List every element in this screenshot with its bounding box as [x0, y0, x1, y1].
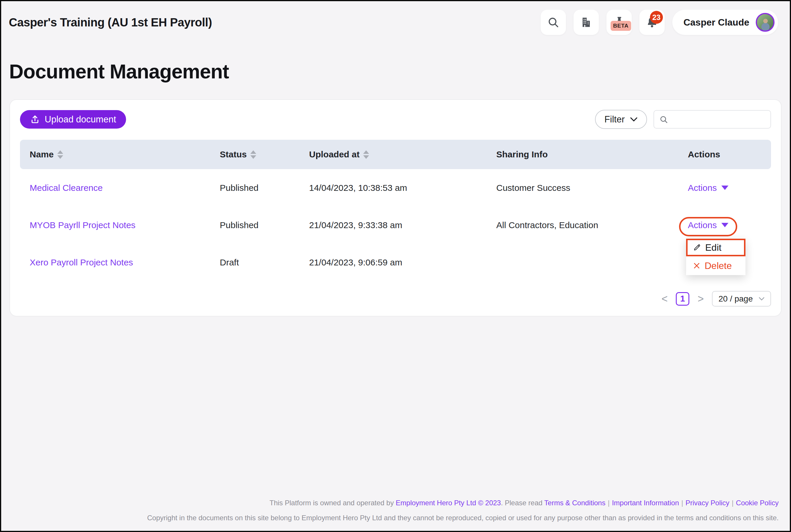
status-cell: Published: [220, 183, 309, 193]
footer-line-2: Copyright in the documents on this site …: [147, 514, 779, 522]
notifications-button[interactable]: 23: [639, 10, 665, 35]
column-header-sharing-info: Sharing Info: [496, 149, 688, 159]
chevron-down-icon: [630, 117, 638, 122]
actions-dropdown-trigger[interactable]: Actions: [688, 183, 729, 193]
actions-dropdown-menu: Edit Delete: [686, 239, 746, 275]
prev-page-button[interactable]: <: [660, 293, 669, 304]
column-header-name[interactable]: Name: [20, 149, 220, 159]
footer-line-1: This Platform is owned and operated by E…: [147, 499, 779, 507]
upload-label: Upload document: [45, 114, 116, 125]
company-link[interactable]: Employment Hero Pty Ltd © 2023: [396, 499, 501, 507]
filter-button[interactable]: Filter: [595, 110, 647, 129]
page-size-select[interactable]: 20 / page: [712, 291, 771, 306]
next-page-button[interactable]: >: [696, 293, 705, 304]
sharing-info-cell: Customer Success: [496, 183, 688, 193]
table-row: MYOB Payrll Project Notes Published 21/0…: [20, 206, 771, 244]
sort-icon[interactable]: [250, 150, 256, 159]
document-link[interactable]: Medical Clearence: [30, 183, 103, 193]
privacy-policy-link[interactable]: Privacy Policy: [685, 499, 729, 507]
documents-card: Upload document Filter: [10, 99, 781, 317]
pagination: < 1 > 20 / page: [20, 291, 771, 306]
upload-document-button[interactable]: Upload document: [20, 110, 126, 129]
upload-icon: [30, 114, 40, 125]
profile-menu[interactable]: Casper Claude: [672, 10, 778, 35]
page-title: Document Management: [9, 60, 790, 83]
search-input[interactable]: [672, 114, 765, 125]
caret-down-icon: [721, 223, 729, 227]
table-row: Xero Payroll Project Notes Draft 21/04/2…: [20, 244, 771, 281]
cookie-policy-link[interactable]: Cookie Policy: [736, 499, 779, 507]
organisation-button[interactable]: [574, 10, 599, 35]
x-icon: [693, 262, 700, 269]
important-info-link[interactable]: Important Information: [612, 499, 679, 507]
beta-features-button[interactable]: BETA: [606, 10, 632, 35]
notification-count-badge: 23: [650, 11, 663, 24]
uploaded-at-cell: 21/04/2023, 9:33:38 am: [309, 220, 496, 230]
document-link[interactable]: Xero Payroll Project Notes: [30, 258, 133, 267]
status-cell: Published: [220, 220, 309, 230]
document-link[interactable]: MYOB Payrll Project Notes: [30, 220, 135, 230]
search-icon: [659, 115, 668, 124]
top-bar: Casper's Training (AU 1st EH Payroll) BE…: [1, 1, 790, 36]
search-button[interactable]: [541, 10, 566, 35]
sort-icon[interactable]: [363, 150, 369, 159]
footer: This Platform is owned and operated by E…: [147, 499, 779, 522]
menu-item-delete[interactable]: Delete: [686, 256, 746, 275]
column-header-status[interactable]: Status: [220, 149, 309, 159]
avatar: [756, 13, 775, 32]
caret-down-icon: [721, 186, 729, 190]
chevron-down-icon: [759, 297, 765, 301]
terms-link[interactable]: Terms & Conditions: [544, 499, 605, 507]
building-icon: [580, 16, 592, 28]
profile-name: Casper Claude: [683, 17, 749, 28]
card-toolbar: Upload document Filter: [20, 110, 771, 129]
search-icon: [547, 16, 559, 28]
sort-icon[interactable]: [57, 150, 63, 159]
app-window: Casper's Training (AU 1st EH Payroll) BE…: [0, 0, 791, 532]
uploaded-at-cell: 14/04/2023, 10:38:53 am: [309, 183, 496, 193]
beta-badge: BETA: [611, 21, 631, 31]
table-row: Medical Clearence Published 14/04/2023, …: [20, 169, 771, 206]
topbar-actions: BETA 23 Casper Claude: [541, 10, 778, 35]
org-title: Casper's Training (AU 1st EH Payroll): [9, 16, 212, 29]
uploaded-at-cell: 21/04/2023, 9:06:59 am: [309, 258, 496, 267]
menu-item-edit[interactable]: Edit: [686, 239, 746, 256]
pencil-icon: [693, 243, 701, 252]
actions-dropdown-trigger[interactable]: Actions: [688, 220, 729, 230]
table-header: Name Status Uploaded at Sharing Info Act…: [20, 140, 771, 169]
table-search: [654, 110, 771, 129]
column-header-actions: Actions: [688, 149, 771, 159]
sharing-info-cell: All Contractors, Education: [496, 220, 688, 230]
current-page-button[interactable]: 1: [676, 292, 689, 306]
status-cell: Draft: [220, 258, 309, 267]
column-header-uploaded-at[interactable]: Uploaded at: [309, 149, 496, 159]
filter-label: Filter: [604, 114, 625, 125]
toolbar-right: Filter: [595, 110, 771, 129]
